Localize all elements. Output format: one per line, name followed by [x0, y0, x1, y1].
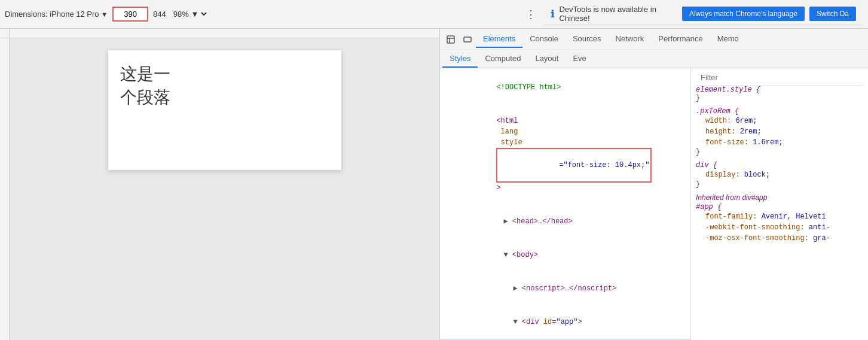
subtab-layout[interactable]: Layout: [528, 50, 566, 68]
div-selector: div {: [696, 161, 863, 169]
device-label: Dimensions: iPhone 12 Pro ▼: [5, 10, 108, 19]
app-moz-smoothing: -moz-osx-font-smoothing: gra-: [696, 233, 863, 244]
toolbar-more-icon[interactable]: ⋮: [523, 8, 539, 21]
filter-bar: [696, 71, 863, 86]
zoom-selector[interactable]: 98% ▼ 50% 75% 100%: [171, 9, 209, 19]
dim-separator: 844: [153, 10, 166, 19]
ruler-top: [0, 29, 439, 38]
info-icon: ℹ: [551, 8, 554, 20]
devtools-panel: Elements Console Sources Network Perform…: [439, 29, 868, 340]
subtab-styles[interactable]: Styles: [442, 50, 478, 68]
pxtoRem-close: }: [696, 148, 863, 156]
subtab-computed[interactable]: Computed: [478, 50, 528, 68]
app-rule: #app { font-family: Avenir, Helveti -web…: [696, 203, 863, 244]
match-language-button[interactable]: Always match Chrome's language: [682, 7, 805, 21]
dom-tree[interactable]: <!DOCTYPE html> <html lang style ="font-…: [440, 68, 691, 340]
width-input[interactable]: [112, 7, 148, 22]
dom-line-body[interactable]: ▼ <body>: [440, 238, 690, 272]
preview-text: 这是一 个段落: [120, 62, 329, 109]
dom-line-html[interactable]: <html lang style ="font-size: 10.4px;" >: [440, 104, 690, 205]
top-toolbar: Dimensions: iPhone 12 Pro ▼ 844 98% ▼ 50…: [0, 0, 868, 29]
dom-line-doctype[interactable]: <!DOCTYPE html>: [440, 71, 690, 104]
element-style-selector: element.style {: [696, 86, 863, 94]
tab-sources[interactable]: Sources: [566, 31, 609, 48]
pxtoRem-width: width: 6rem;: [696, 116, 863, 126]
devtools-tabbar: Elements Console Sources Network Perform…: [440, 29, 868, 50]
div-rule: div { display: block; }: [696, 161, 863, 189]
devtools-subtabbar: Styles Computed Layout Eve: [440, 50, 868, 68]
styles-panel: element.style { } .pxToRem { width: 6rem…: [691, 68, 868, 340]
responsive-icon[interactable]: [459, 31, 476, 48]
element-style-close: }: [696, 94, 863, 102]
dom-line-div-app[interactable]: ▼ <div id="app">: [440, 305, 690, 339]
dom-line-noscript[interactable]: ▶ <noscript>…</noscript>: [440, 272, 690, 305]
phone-frame: 这是一 个段落: [108, 50, 341, 170]
style-attr-highlight: ="font-size: 10.4px;": [496, 148, 652, 183]
inherited-label: Inherited from div#app: [696, 193, 863, 202]
svg-rect-0: [447, 36, 454, 43]
switch-button[interactable]: Switch Da: [809, 7, 856, 21]
app-selector: #app {: [696, 203, 863, 211]
devtools-body: <!DOCTYPE html> <html lang style ="font-…: [440, 68, 868, 340]
pxtoRem-selector: .pxToRem {: [696, 107, 863, 116]
preview-content: 这是一 个段落: [10, 38, 439, 340]
app-font-family: font-family: Avenir, Helveti: [696, 211, 863, 222]
div-close: }: [696, 180, 863, 189]
tab-memory[interactable]: Memo: [710, 31, 746, 48]
tab-performance[interactable]: Performance: [651, 31, 710, 48]
pxtoRem-height: height: 2rem;: [696, 126, 863, 137]
div-display: display: block;: [696, 169, 863, 180]
pxtoRem-fontsize: font-size: 1.6rem;: [696, 137, 863, 148]
inspect-icon[interactable]: [442, 31, 459, 48]
subtab-event[interactable]: Eve: [566, 50, 593, 68]
preview-area: 这是一 个段落: [0, 29, 439, 340]
app-webkit-smoothing: -webkit-font-smoothing: anti-: [696, 222, 863, 233]
notification-text: DevTools is now available in Chinese!: [559, 5, 677, 23]
ruler-corner: [0, 29, 10, 38]
tab-network[interactable]: Network: [609, 31, 652, 48]
pxtoRem-rule: .pxToRem { width: 6rem; height: 2rem; fo…: [696, 107, 863, 156]
tab-elements[interactable]: Elements: [476, 31, 522, 48]
dom-line-head[interactable]: ▶ <head>…</head>: [440, 205, 690, 238]
element-style-rule: element.style { }: [696, 86, 863, 102]
notification-bar: ℹ DevTools is now available in Chinese! …: [543, 4, 863, 25]
filter-input[interactable]: [701, 73, 858, 82]
ruler-left: [0, 38, 10, 340]
svg-rect-3: [464, 37, 471, 42]
tab-console[interactable]: Console: [522, 31, 566, 48]
